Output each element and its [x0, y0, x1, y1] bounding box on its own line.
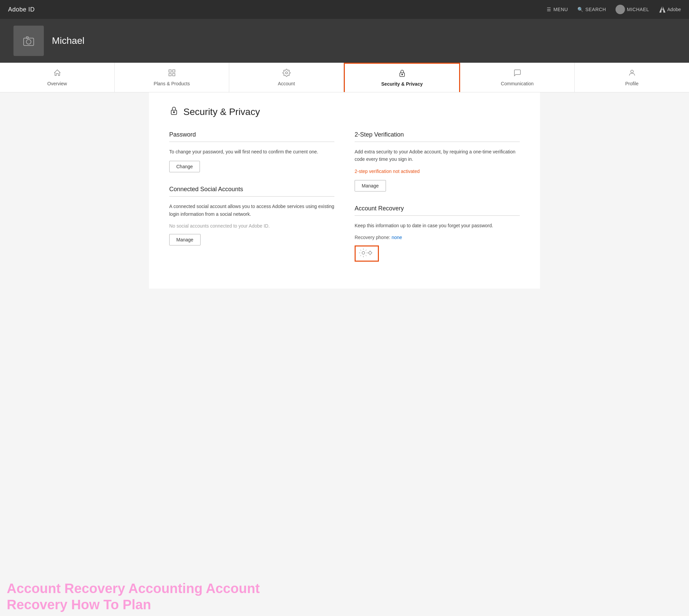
adobe-logo: Adobe — [659, 6, 681, 13]
social-accounts-section: Connected Social Accounts A connected so… — [169, 186, 334, 245]
camera-icon — [22, 34, 36, 47]
gear-icon — [283, 69, 291, 79]
user-name: Michael — [627, 7, 649, 12]
avatar — [616, 5, 625, 14]
tab-plans-label: Plans & Products — [154, 81, 190, 86]
watermark: Account Recovery Accounting Account Reco… — [0, 577, 689, 616]
adobe-logo-icon — [659, 6, 666, 13]
change-password-button[interactable]: Change — [169, 161, 200, 172]
top-navigation: Adobe ID ☰ MENU 🔍 SEARCH Michael Adobe — [0, 0, 689, 19]
grid-icon — [168, 69, 176, 79]
password-section-title: Password — [169, 131, 334, 142]
page-title: Security & Privacy — [183, 107, 260, 117]
social-accounts-status: No social accounts connected to your Ado… — [169, 223, 334, 228]
chat-icon — [513, 69, 521, 79]
account-recovery-section: Account Recovery Keep this information u… — [355, 205, 520, 262]
social-accounts-desc: A connected social account allows you to… — [169, 203, 334, 218]
svg-point-14 — [369, 251, 372, 254]
watermark-line1: Account Recovery Accounting Account — [7, 580, 682, 596]
tab-security-label: Security & Privacy — [381, 81, 423, 87]
menu-button[interactable]: ☰ MENU — [547, 7, 568, 12]
tab-navigation: Overview Plans & Products Account — [0, 63, 689, 92]
top-nav-right: ☰ MENU 🔍 SEARCH Michael Adobe — [547, 5, 681, 14]
social-accounts-title: Connected Social Accounts — [169, 186, 334, 197]
svg-rect-3 — [169, 70, 171, 72]
search-button[interactable]: 🔍 SEARCH — [577, 7, 606, 12]
tab-account-label: Account — [278, 81, 295, 86]
watermark-line2: Recovery How To Plan — [7, 596, 682, 613]
page-title-icon — [169, 106, 179, 118]
svg-rect-6 — [173, 73, 175, 76]
tab-plans-products[interactable]: Plans & Products — [115, 63, 229, 92]
account-recovery-desc: Keep this information up to date in case… — [355, 222, 520, 229]
home-icon — [53, 69, 61, 79]
tab-communication-label: Communication — [501, 81, 534, 86]
right-column: 2-Step Verification Add extra security t… — [355, 131, 520, 275]
adobe-label: Adobe — [667, 7, 681, 12]
tab-profile-label: Profile — [625, 81, 639, 86]
svg-rect-4 — [173, 70, 175, 72]
left-column: Password To change your password, you wi… — [169, 131, 334, 275]
page-title-row: Security & Privacy — [169, 106, 520, 118]
svg-point-9 — [401, 74, 402, 75]
two-step-manage-button[interactable]: Manage — [355, 180, 386, 192]
tab-overview-label: Overview — [47, 81, 67, 86]
svg-rect-5 — [169, 73, 171, 76]
menu-label: MENU — [554, 7, 568, 12]
menu-icon: ☰ — [547, 7, 552, 12]
tab-communication[interactable]: Communication — [460, 63, 575, 92]
svg-point-1 — [26, 40, 31, 44]
tab-profile[interactable]: Profile — [575, 63, 689, 92]
account-recovery-title: Account Recovery — [355, 205, 520, 216]
profile-avatar[interactable] — [14, 26, 44, 56]
account-recovery-settings-box — [355, 245, 379, 262]
recovery-phone-label: Recovery phone: — [355, 235, 390, 240]
svg-point-7 — [286, 72, 288, 74]
brand-logo[interactable]: Adobe ID — [8, 6, 35, 13]
tab-overview[interactable]: Overview — [0, 63, 115, 92]
svg-point-13 — [362, 251, 365, 254]
svg-point-12 — [173, 112, 175, 113]
tab-account[interactable]: Account — [229, 63, 344, 92]
two-step-title: 2-Step Verification — [355, 131, 520, 142]
user-menu[interactable]: Michael — [616, 5, 649, 14]
recovery-phone-row: Recovery phone: none — [355, 235, 520, 240]
search-label: SEARCH — [585, 7, 606, 12]
social-accounts-manage-button[interactable]: Manage — [169, 234, 201, 245]
content-grid: Password To change your password, you wi… — [169, 131, 520, 275]
two-step-status: 2-step verification not activated — [355, 169, 520, 174]
password-section: Password To change your password, you wi… — [169, 131, 334, 172]
password-desc: To change your password, you will first … — [169, 148, 334, 155]
person-icon — [628, 69, 636, 79]
recovery-phone-value[interactable]: none — [392, 235, 402, 240]
main-content: Security & Privacy Password To change yo… — [149, 92, 540, 289]
two-step-desc: Add extra security to your Adobe account… — [355, 148, 520, 163]
tab-security-privacy[interactable]: Security & Privacy — [344, 63, 460, 92]
profile-header: Michael — [0, 19, 689, 63]
settings-icon-group — [358, 248, 375, 258]
svg-point-10 — [631, 70, 634, 73]
two-step-section: 2-Step Verification Add extra security t… — [355, 131, 520, 192]
lock-icon — [398, 69, 406, 79]
search-icon: 🔍 — [577, 7, 583, 12]
svg-rect-2 — [26, 37, 28, 39]
profile-name: Michael — [52, 36, 84, 46]
